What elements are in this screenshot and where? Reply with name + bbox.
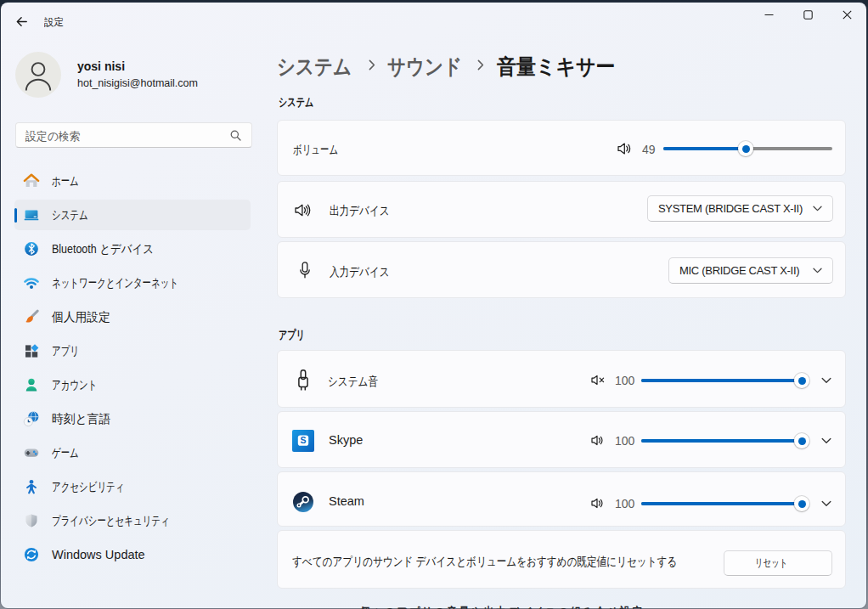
svg-text:S: S <box>300 435 306 445</box>
